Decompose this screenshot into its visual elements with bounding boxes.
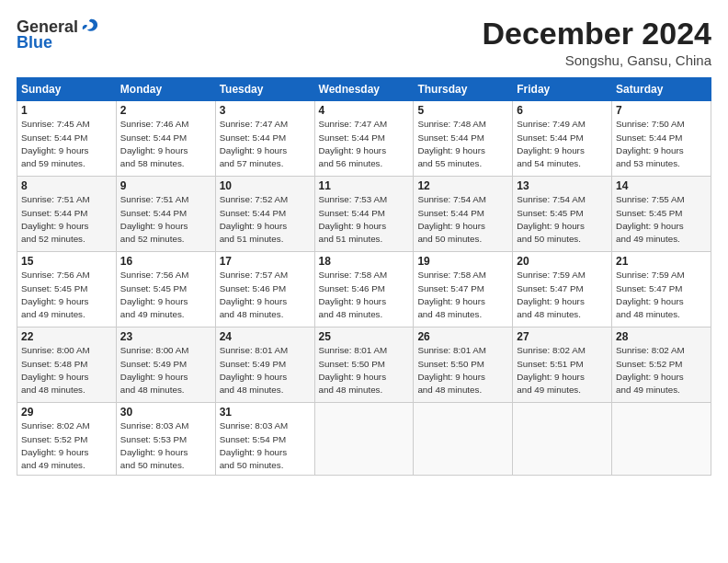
day-number: 30	[120, 406, 211, 419]
day-number: 31	[220, 406, 311, 419]
calendar-cell: 6Sunrise: 7:49 AM Sunset: 5:44 PM Daylig…	[513, 101, 612, 177]
day-info: Sunrise: 7:46 AM Sunset: 5:44 PM Dayligh…	[120, 118, 211, 170]
calendar-cell: 31Sunrise: 8:03 AM Sunset: 5:54 PM Dayli…	[215, 403, 314, 476]
day-number: 4	[319, 104, 410, 117]
calendar-cell: 29Sunrise: 8:02 AM Sunset: 5:52 PM Dayli…	[17, 403, 117, 476]
calendar-cell: 7Sunrise: 7:50 AM Sunset: 5:44 PM Daylig…	[612, 101, 711, 177]
day-info: Sunrise: 8:03 AM Sunset: 5:54 PM Dayligh…	[220, 419, 311, 472]
day-number: 15	[21, 255, 112, 268]
calendar-cell: 13Sunrise: 7:54 AM Sunset: 5:45 PM Dayli…	[513, 177, 612, 252]
weekday-header-friday: Friday	[513, 78, 612, 101]
day-info: Sunrise: 7:45 AM Sunset: 5:44 PM Dayligh…	[21, 118, 112, 170]
day-info: Sunrise: 7:47 AM Sunset: 5:44 PM Dayligh…	[220, 118, 311, 170]
calendar-cell: 10Sunrise: 7:52 AM Sunset: 5:44 PM Dayli…	[215, 177, 314, 252]
day-number: 23	[120, 330, 211, 343]
day-info: Sunrise: 8:01 AM Sunset: 5:50 PM Dayligh…	[319, 344, 410, 396]
weekday-header-saturday: Saturday	[612, 78, 711, 101]
calendar-cell: 8Sunrise: 7:51 AM Sunset: 5:44 PM Daylig…	[17, 177, 117, 252]
day-number: 7	[616, 104, 707, 117]
day-number: 22	[21, 330, 112, 343]
day-info: Sunrise: 8:02 AM Sunset: 5:52 PM Dayligh…	[616, 344, 707, 396]
calendar-cell: 21Sunrise: 7:59 AM Sunset: 5:47 PM Dayli…	[612, 252, 711, 327]
weekday-header-wednesday: Wednesday	[314, 78, 414, 101]
day-number: 18	[319, 255, 410, 268]
day-info: Sunrise: 7:47 AM Sunset: 5:44 PM Dayligh…	[319, 118, 410, 170]
title-area: December 2024 Songshu, Gansu, China	[482, 17, 711, 68]
calendar-cell: 15Sunrise: 7:56 AM Sunset: 5:45 PM Dayli…	[17, 252, 117, 327]
day-number: 11	[319, 179, 410, 192]
day-number: 25	[319, 330, 410, 343]
calendar-cell: 20Sunrise: 7:59 AM Sunset: 5:47 PM Dayli…	[513, 252, 612, 327]
day-info: Sunrise: 7:49 AM Sunset: 5:44 PM Dayligh…	[517, 118, 608, 170]
day-info: Sunrise: 7:48 AM Sunset: 5:44 PM Dayligh…	[417, 118, 508, 170]
page: General Blue December 2024 Songshu, Gans…	[0, 0, 728, 563]
day-info: Sunrise: 7:51 AM Sunset: 5:44 PM Dayligh…	[21, 193, 112, 246]
weekday-header-tuesday: Tuesday	[215, 78, 314, 101]
calendar-cell: 27Sunrise: 8:02 AM Sunset: 5:51 PM Dayli…	[513, 327, 612, 403]
day-number: 9	[120, 179, 211, 192]
day-number: 3	[220, 104, 311, 117]
day-info: Sunrise: 8:02 AM Sunset: 5:52 PM Dayligh…	[21, 419, 112, 472]
day-number: 24	[220, 330, 311, 343]
day-info: Sunrise: 7:53 AM Sunset: 5:44 PM Dayligh…	[319, 193, 410, 246]
calendar-cell: 12Sunrise: 7:54 AM Sunset: 5:44 PM Dayli…	[414, 177, 513, 252]
day-number: 17	[220, 255, 311, 268]
calendar-cell: 3Sunrise: 7:47 AM Sunset: 5:44 PM Daylig…	[215, 101, 314, 177]
day-info: Sunrise: 7:56 AM Sunset: 5:45 PM Dayligh…	[21, 269, 112, 321]
calendar-cell	[612, 403, 711, 476]
day-info: Sunrise: 7:56 AM Sunset: 5:45 PM Dayligh…	[120, 269, 211, 321]
calendar-cell: 1Sunrise: 7:45 AM Sunset: 5:44 PM Daylig…	[17, 101, 117, 177]
calendar-cell: 4Sunrise: 7:47 AM Sunset: 5:44 PM Daylig…	[314, 101, 414, 177]
day-info: Sunrise: 7:59 AM Sunset: 5:47 PM Dayligh…	[517, 269, 608, 321]
calendar-cell	[414, 403, 513, 476]
calendar-cell: 26Sunrise: 8:01 AM Sunset: 5:50 PM Dayli…	[414, 327, 513, 403]
day-number: 26	[417, 330, 508, 343]
day-number: 1	[21, 104, 112, 117]
calendar-table: SundayMondayTuesdayWednesdayThursdayFrid…	[17, 77, 711, 476]
day-info: Sunrise: 8:00 AM Sunset: 5:48 PM Dayligh…	[21, 344, 112, 396]
day-info: Sunrise: 8:01 AM Sunset: 5:49 PM Dayligh…	[220, 344, 311, 396]
calendar-cell	[513, 403, 612, 476]
calendar-cell: 17Sunrise: 7:57 AM Sunset: 5:46 PM Dayli…	[215, 252, 314, 327]
calendar-cell: 19Sunrise: 7:58 AM Sunset: 5:47 PM Dayli…	[414, 252, 513, 327]
calendar-cell: 11Sunrise: 7:53 AM Sunset: 5:44 PM Dayli…	[314, 177, 414, 252]
day-number: 27	[517, 330, 608, 343]
calendar-cell: 16Sunrise: 7:56 AM Sunset: 5:45 PM Dayli…	[116, 252, 215, 327]
calendar-cell	[314, 403, 414, 476]
day-number: 2	[120, 104, 211, 117]
calendar-cell: 23Sunrise: 8:00 AM Sunset: 5:49 PM Dayli…	[116, 327, 215, 403]
day-number: 8	[21, 179, 112, 192]
day-info: Sunrise: 7:57 AM Sunset: 5:46 PM Dayligh…	[220, 269, 311, 321]
calendar-cell: 22Sunrise: 8:00 AM Sunset: 5:48 PM Dayli…	[17, 327, 117, 403]
day-number: 10	[220, 179, 311, 192]
day-number: 14	[616, 179, 707, 192]
day-info: Sunrise: 8:01 AM Sunset: 5:50 PM Dayligh…	[417, 344, 508, 396]
day-info: Sunrise: 8:00 AM Sunset: 5:49 PM Dayligh…	[120, 344, 211, 396]
calendar-cell: 24Sunrise: 8:01 AM Sunset: 5:49 PM Dayli…	[215, 327, 314, 403]
calendar-cell: 9Sunrise: 7:51 AM Sunset: 5:44 PM Daylig…	[116, 177, 215, 252]
day-info: Sunrise: 7:58 AM Sunset: 5:46 PM Dayligh…	[319, 269, 410, 321]
day-number: 28	[616, 330, 707, 343]
weekday-header-sunday: Sunday	[17, 78, 117, 101]
day-number: 5	[417, 104, 508, 117]
day-number: 19	[417, 255, 508, 268]
day-number: 12	[417, 179, 508, 192]
day-info: Sunrise: 7:54 AM Sunset: 5:44 PM Dayligh…	[417, 193, 508, 246]
day-number: 6	[517, 104, 608, 117]
calendar-cell: 18Sunrise: 7:58 AM Sunset: 5:46 PM Dayli…	[314, 252, 414, 327]
day-number: 21	[616, 255, 707, 268]
header: General Blue December 2024 Songshu, Gans…	[17, 17, 711, 68]
day-number: 16	[120, 255, 211, 268]
day-info: Sunrise: 7:52 AM Sunset: 5:44 PM Dayligh…	[220, 193, 311, 246]
location: Songshu, Gansu, China	[482, 52, 711, 68]
logo-blue: Blue	[17, 33, 52, 52]
logo-bird-icon	[80, 17, 100, 37]
day-info: Sunrise: 7:50 AM Sunset: 5:44 PM Dayligh…	[616, 118, 707, 170]
calendar-cell: 30Sunrise: 8:03 AM Sunset: 5:53 PM Dayli…	[116, 403, 215, 476]
calendar-cell: 14Sunrise: 7:55 AM Sunset: 5:45 PM Dayli…	[612, 177, 711, 252]
day-info: Sunrise: 7:59 AM Sunset: 5:47 PM Dayligh…	[616, 269, 707, 321]
day-info: Sunrise: 8:03 AM Sunset: 5:53 PM Dayligh…	[120, 419, 211, 472]
month-title: December 2024	[482, 17, 711, 51]
day-number: 13	[517, 179, 608, 192]
calendar-cell: 25Sunrise: 8:01 AM Sunset: 5:50 PM Dayli…	[314, 327, 414, 403]
